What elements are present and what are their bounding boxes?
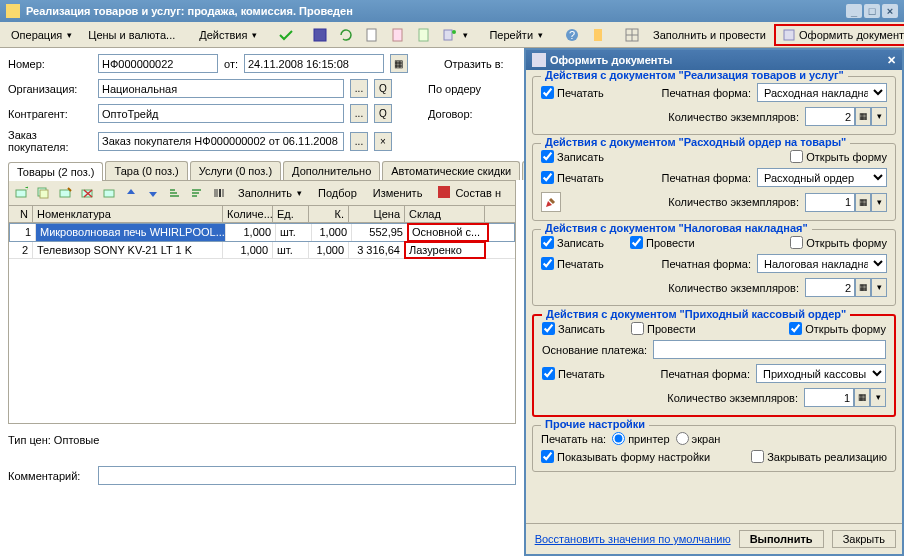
tab-additional[interactable]: Дополнительно bbox=[283, 161, 380, 180]
copy-row-icon[interactable] bbox=[33, 184, 53, 202]
sort-desc-icon[interactable] bbox=[187, 184, 207, 202]
copies-input[interactable] bbox=[805, 278, 855, 297]
move-down-icon[interactable] bbox=[143, 184, 163, 202]
col-coef[interactable]: К. bbox=[309, 206, 349, 222]
form-documents-button[interactable]: Оформить документы bbox=[775, 25, 904, 45]
copies-input[interactable] bbox=[804, 388, 854, 407]
open-form-checkbox[interactable]: Открыть форму bbox=[790, 150, 887, 163]
col-unit[interactable]: Ед. bbox=[273, 206, 309, 222]
write-checkbox[interactable]: Записать bbox=[541, 150, 604, 163]
doc-menu-icon[interactable] bbox=[438, 24, 472, 46]
go-menu[interactable]: Перейти bbox=[482, 26, 550, 44]
date-input[interactable] bbox=[244, 54, 384, 73]
org-input[interactable] bbox=[98, 79, 344, 98]
print-form-select[interactable]: Расходный ордер bbox=[757, 168, 887, 187]
row-props-icon[interactable] bbox=[99, 184, 119, 202]
screen-radio[interactable]: экран bbox=[676, 432, 721, 445]
copies-stepper[interactable]: ▾ bbox=[870, 388, 886, 407]
contr-lookup-button[interactable]: Q bbox=[374, 104, 392, 123]
goods-grid: N Номенклатура Количе... Ед. К. Цена Скл… bbox=[8, 206, 516, 424]
table-row[interactable]: 2 Телевизор SONY KV-21 LT 1 K 1,000 шт. … bbox=[9, 242, 515, 259]
save-icon[interactable] bbox=[308, 24, 332, 46]
col-quantity[interactable]: Количе... bbox=[223, 206, 273, 222]
print-checkbox[interactable]: Печатать bbox=[542, 367, 605, 380]
close-dialog-button[interactable]: Закрыть bbox=[832, 530, 896, 548]
order-clear-button[interactable]: × bbox=[374, 132, 392, 151]
maximize-button[interactable]: □ bbox=[864, 4, 880, 18]
select-button[interactable]: Подбор bbox=[311, 184, 364, 202]
compose-button[interactable]: Состав н bbox=[431, 183, 508, 203]
contr-input[interactable] bbox=[98, 104, 344, 123]
copies-calc-button[interactable]: ▦ bbox=[855, 107, 871, 126]
date-picker-button[interactable]: ▦ bbox=[390, 54, 408, 73]
restore-defaults-link[interactable]: Восстановить значения по умолчанию bbox=[535, 533, 731, 545]
tab-services[interactable]: Услуги (0 поз.) bbox=[190, 161, 281, 180]
edit-row-icon[interactable] bbox=[55, 184, 75, 202]
print-checkbox[interactable]: Печатать bbox=[541, 257, 604, 270]
post-icon[interactable] bbox=[274, 24, 298, 46]
dialog-close-button[interactable]: ✕ bbox=[887, 54, 896, 67]
doc1-icon[interactable] bbox=[360, 24, 384, 46]
minimize-button[interactable]: _ bbox=[846, 4, 862, 18]
fill-menu[interactable]: Заполнить bbox=[231, 184, 309, 202]
open-form-checkbox[interactable]: Открыть форму bbox=[790, 236, 887, 249]
comment-input[interactable] bbox=[98, 466, 516, 485]
doc3-icon[interactable] bbox=[412, 24, 436, 46]
tab-goods[interactable]: Товары (2 поз.) bbox=[8, 162, 103, 181]
printer-radio[interactable]: принтер bbox=[612, 432, 669, 445]
print-form-select[interactable]: Расходная накладная bbox=[757, 83, 887, 102]
write-checkbox[interactable]: Записать bbox=[541, 236, 604, 249]
copies-stepper[interactable]: ▾ bbox=[871, 107, 887, 126]
bookmark-icon[interactable] bbox=[586, 24, 610, 46]
payment-basis-input[interactable] bbox=[653, 340, 886, 359]
refresh-icon[interactable] bbox=[334, 24, 358, 46]
col-number[interactable]: N bbox=[9, 206, 33, 222]
doc2-icon[interactable] bbox=[386, 24, 410, 46]
print-checkbox[interactable]: Печатать bbox=[541, 171, 604, 184]
post-checkbox[interactable]: Провести bbox=[630, 236, 695, 249]
operation-menu[interactable]: Операция bbox=[4, 26, 79, 44]
barcode-icon[interactable] bbox=[209, 184, 229, 202]
copies-calc-button[interactable]: ▦ bbox=[855, 278, 871, 297]
col-nomenclature[interactable]: Номенклатура bbox=[33, 206, 223, 222]
close-realization-checkbox[interactable]: Закрывать реализацию bbox=[751, 450, 887, 463]
copies-stepper[interactable]: ▾ bbox=[871, 278, 887, 297]
change-button[interactable]: Изменить bbox=[366, 184, 430, 202]
order-select-button[interactable]: ... bbox=[350, 132, 368, 151]
col-price[interactable]: Цена bbox=[349, 206, 405, 222]
prices-button[interactable]: Цены и валюта... bbox=[81, 26, 182, 44]
print-checkbox[interactable]: Печатать bbox=[541, 86, 604, 99]
number-input[interactable] bbox=[98, 54, 218, 73]
org-select-button[interactable]: ... bbox=[350, 79, 368, 98]
close-button[interactable]: × bbox=[882, 4, 898, 18]
contr-select-button[interactable]: ... bbox=[350, 104, 368, 123]
tab-tare[interactable]: Тара (0 поз.) bbox=[105, 161, 187, 180]
post-checkbox[interactable]: Провести bbox=[631, 322, 696, 335]
svg-rect-23 bbox=[104, 190, 114, 197]
copies-calc-button[interactable]: ▦ bbox=[855, 193, 871, 212]
tab-discounts[interactable]: Автоматические скидки bbox=[382, 161, 520, 180]
grid-icon[interactable] bbox=[620, 24, 644, 46]
add-row-icon[interactable]: + bbox=[11, 184, 31, 202]
print-form-select[interactable]: Налоговая накладная bbox=[757, 254, 887, 273]
help-icon[interactable]: ? bbox=[560, 24, 584, 46]
move-up-icon[interactable] bbox=[121, 184, 141, 202]
execute-button[interactable]: Выполнить bbox=[739, 530, 824, 548]
delete-row-icon[interactable] bbox=[77, 184, 97, 202]
col-warehouse[interactable]: Склад bbox=[405, 206, 485, 222]
write-checkbox[interactable]: Записать bbox=[542, 322, 605, 335]
order-input[interactable] bbox=[98, 132, 344, 151]
print-form-select[interactable]: Приходный кассовый о bbox=[756, 364, 886, 383]
copies-input[interactable] bbox=[805, 107, 855, 126]
open-form-checkbox[interactable]: Открыть форму bbox=[789, 322, 886, 335]
copies-calc-button[interactable]: ▦ bbox=[854, 388, 870, 407]
pencil-icon[interactable] bbox=[541, 192, 561, 212]
copies-input[interactable] bbox=[805, 193, 855, 212]
sort-asc-icon[interactable] bbox=[165, 184, 185, 202]
actions-menu[interactable]: Действия bbox=[192, 26, 264, 44]
copies-stepper[interactable]: ▾ bbox=[871, 193, 887, 212]
fill-post-button[interactable]: Заполнить и провести bbox=[646, 26, 773, 44]
show-form-checkbox[interactable]: Показывать форму настройки bbox=[541, 450, 710, 463]
table-row[interactable]: 1 Микроволновая печь WHIRLPOOL... 1,000 … bbox=[9, 223, 515, 242]
org-lookup-button[interactable]: Q bbox=[374, 79, 392, 98]
